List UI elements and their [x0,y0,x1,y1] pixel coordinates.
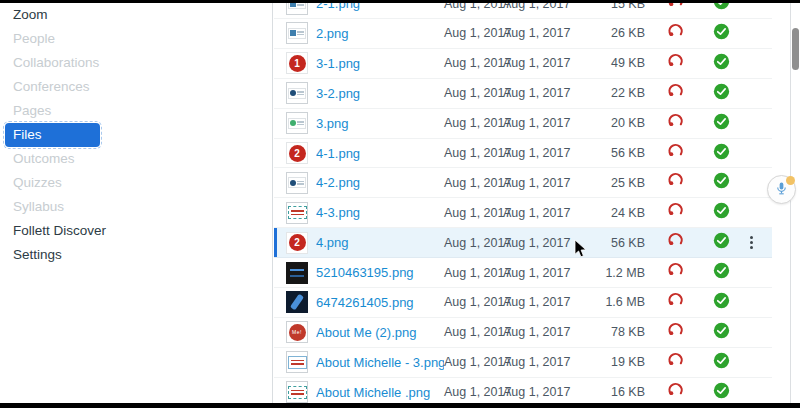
restricted-gauge-icon [667,3,684,14]
published-check-icon [713,202,730,223]
published-check-icon [713,143,730,164]
date-created: Aug 1, 2017 [444,295,503,309]
sidebar-item-syllabus[interactable]: Syllabus [0,195,272,219]
published-status-button[interactable] [705,113,737,134]
published-status-button[interactable] [705,53,737,74]
table-row[interactable]: 2.png Aug 1, 2017 Aug 1, 2017 26 KB [274,19,772,49]
file-name-link[interactable]: About Michelle .png [316,385,444,400]
restricted-status-button[interactable] [645,322,705,343]
notification-dot [786,176,795,185]
restricted-status-button[interactable] [645,172,705,193]
sidebar-item-settings[interactable]: Settings [0,243,272,267]
table-row[interactable]: 4-3.png Aug 1, 2017 Aug 1, 2017 24 KB [274,198,772,228]
file-name-link[interactable]: 3-2.png [316,86,444,101]
published-status-button[interactable] [705,292,737,313]
course-nav: ZoomPeopleCollaborationsConferencesPages… [0,3,272,267]
published-status-button[interactable] [705,23,737,44]
table-row[interactable]: About Michelle - 3.png Aug 1, 2017 Aug 1… [274,348,772,378]
file-thumbnail [286,381,308,403]
sidebar-item-quizzes[interactable]: Quizzes [0,171,272,195]
file-thumbnail [286,351,308,373]
date-created: Aug 1, 2017 [444,266,503,280]
restricted-status-button[interactable] [645,3,705,14]
file-name-link[interactable]: 4-2.png [316,175,444,190]
published-status-button[interactable] [705,83,737,104]
restricted-status-button[interactable] [645,352,705,373]
table-row[interactable]: 6474261405.png Aug 1, 2017 Aug 1, 2017 1… [274,288,772,318]
published-status-button[interactable] [705,352,737,373]
course-sidebar: ZoomPeopleCollaborationsConferencesPages… [0,3,273,403]
date-modified: Aug 1, 2017 [503,385,560,399]
file-size: 22 KB [560,86,645,100]
thumbnail-label: 2 [289,234,306,251]
thumbnail-art [288,356,307,369]
file-thumbnail: 2 [286,232,308,254]
restricted-status-button[interactable] [645,23,705,44]
sidebar-item-zoom[interactable]: Zoom [0,3,272,27]
published-status-button[interactable] [705,262,737,283]
published-status-button[interactable] [705,232,737,253]
restricted-status-button[interactable] [645,382,705,403]
file-size: 15 KB [560,3,645,11]
table-row[interactable]: Me! About Me (2).png Aug 1, 2017 Aug 1, … [274,318,772,348]
table-row[interactable]: 1 3-1.png Aug 1, 2017 Aug 1, 2017 49 KB [274,49,772,79]
date-modified: Aug 1, 2017 [503,295,560,309]
sidebar-item-files[interactable]: Files [5,123,100,147]
table-row[interactable]: About Michelle .png Aug 1, 2017 Aug 1, 2… [274,378,772,403]
file-name-link[interactable]: 3-1.png [316,56,444,71]
date-modified: Aug 1, 2017 [503,355,560,369]
restricted-status-button[interactable] [645,232,705,253]
published-check-icon [713,172,730,193]
more-options-kebab-button[interactable] [743,236,759,249]
sidebar-item-collaborations[interactable]: Collaborations [0,51,272,75]
restricted-status-button[interactable] [645,202,705,223]
restricted-gauge-icon [667,322,684,343]
restricted-status-button[interactable] [645,83,705,104]
file-name-link[interactable]: About Michelle - 3.png [316,355,444,370]
date-modified: Aug 1, 2017 [503,325,560,339]
published-status-button[interactable] [705,3,737,14]
sidebar-item-outcomes[interactable]: Outcomes [0,147,272,171]
date-created: Aug 1, 2017 [444,26,503,40]
thumbnail-label: 2 [289,145,306,162]
file-name-link[interactable]: 6474261405.png [316,295,444,310]
restricted-status-button[interactable] [645,53,705,74]
file-name-link[interactable]: 4-1.png [316,146,444,161]
published-status-button[interactable] [705,172,737,193]
table-row[interactable]: 4-2.png Aug 1, 2017 Aug 1, 2017 25 KB [274,168,772,198]
restricted-status-button[interactable] [645,143,705,164]
file-size: 56 KB [560,236,645,250]
sidebar-item-conferences[interactable]: Conferences [0,75,272,99]
restricted-status-button[interactable] [645,292,705,313]
scrollbar-thumb[interactable] [792,28,799,70]
published-status-button[interactable] [705,202,737,223]
restricted-status-button[interactable] [645,262,705,283]
table-row[interactable]: 5210463195.png Aug 1, 2017 Aug 1, 2017 1… [274,258,772,288]
file-name-link[interactable]: 5210463195.png [316,265,444,280]
file-name-link[interactable]: 4.png [316,235,444,250]
published-status-button[interactable] [705,143,737,164]
date-created: Aug 1, 2017 [444,3,503,11]
file-name-link[interactable]: About Me (2).png [316,325,444,340]
file-size: 1.2 MB [560,266,645,280]
restricted-gauge-icon [667,262,684,283]
table-row[interactable]: 2 4.png Aug 1, 2017 Aug 1, 2017 56 KB [274,228,772,258]
published-status-button[interactable] [705,322,737,343]
published-status-button[interactable] [705,382,737,403]
table-row[interactable]: 3-2.png Aug 1, 2017 Aug 1, 2017 22 KB [274,79,772,109]
file-name-link[interactable]: 2-1.png [316,3,444,11]
table-row[interactable]: 3.png Aug 1, 2017 Aug 1, 2017 20 KB [274,109,772,139]
restricted-status-button[interactable] [645,113,705,134]
table-row[interactable]: 2-1.png Aug 1, 2017 Aug 1, 2017 15 KB [274,3,772,19]
file-name-link[interactable]: 2.png [316,26,444,41]
file-name-link[interactable]: 4-3.png [316,205,444,220]
thumbnail-art [288,3,306,9]
sidebar-item-follett-discover[interactable]: Follett Discover [0,219,272,243]
sidebar-item-pages[interactable]: Pages [0,99,272,123]
thumbnail-label: Me! [289,324,306,341]
file-name-link[interactable]: 3.png [316,116,444,131]
file-size: 19 KB [560,355,645,369]
table-row[interactable]: 2 4-1.png Aug 1, 2017 Aug 1, 2017 56 KB [274,139,772,169]
thumbnail-art [288,177,306,188]
sidebar-item-people[interactable]: People [0,27,272,51]
